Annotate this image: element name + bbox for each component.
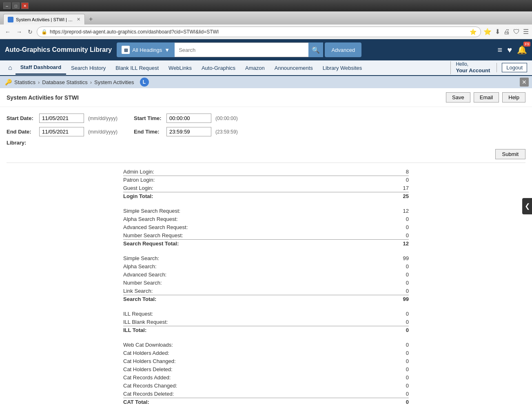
end-date-label: End Date:	[7, 129, 35, 135]
maximize-button[interactable]: □	[12, 2, 20, 9]
bookmarks-icon[interactable]: ⭐	[483, 28, 492, 36]
stats-row: Cat Holders Changed:0	[123, 357, 409, 365]
tab-close-icon[interactable]: ✕	[77, 17, 80, 22]
headings-dropdown[interactable]: ▤ All Headings ▼	[117, 42, 175, 57]
stats-value: 0	[384, 342, 409, 348]
dropdown-arrow: ▼	[164, 47, 170, 53]
stats-row: Cat Records Changed:0	[123, 382, 409, 390]
search-input[interactable]	[175, 42, 308, 57]
ill-section: ILL Request:0ILL Blank Request:0ILL Tota…	[123, 310, 409, 334]
minimize-button[interactable]: –	[3, 2, 11, 9]
stats-label: Search Request Total:	[123, 241, 384, 247]
stats-value: 0	[384, 280, 409, 286]
nav-blank-ill[interactable]: Blank ILL Request	[111, 62, 164, 74]
close-button[interactable]: ✕	[21, 2, 29, 9]
start-time-hint: (00:00:00)	[215, 116, 238, 121]
stats-row: Cat Records Deleted:0	[123, 390, 409, 398]
breadcrumb-statistics[interactable]: Statistics	[14, 79, 35, 85]
list-icon[interactable]: ≡	[497, 45, 502, 55]
browser-tabbar: System Activities | STWI | stwi | ✕ +	[0, 11, 532, 24]
breadcrumb-sep-1: ›	[38, 79, 40, 85]
stats-label: Search Total:	[123, 296, 384, 302]
browser-tab[interactable]: System Activities | STWI | stwi | ✕	[3, 14, 85, 24]
address-bar[interactable]: 🔒 https://preprod-stwi-agent.auto-graphi…	[37, 27, 481, 37]
nav-amazon[interactable]: Amazon	[240, 62, 270, 74]
side-chevron[interactable]: ❮	[522, 198, 532, 214]
shield-icon[interactable]: 🛡	[513, 28, 520, 36]
print-icon[interactable]: 🖨	[503, 28, 510, 36]
nav-account: Hello, Your Account Logout	[450, 61, 527, 74]
stats-value: 0	[384, 224, 409, 230]
nav-search-history[interactable]: Search History	[66, 62, 111, 74]
refresh-button[interactable]: ↻	[26, 28, 34, 36]
library-row: Library:	[0, 140, 532, 149]
address-text: https://preprod-stwi-agent.auto-graphics…	[50, 29, 219, 35]
heart-icon[interactable]: ♥	[507, 45, 512, 55]
help-button[interactable]: Help	[502, 92, 525, 102]
nav-staff-dashboard[interactable]: Staff Dashboard	[16, 61, 66, 75]
nav-auto-graphics[interactable]: Auto-Graphics	[197, 62, 240, 74]
stats-value: 0	[384, 350, 409, 356]
account-dropdown[interactable]: Your Account	[456, 67, 490, 74]
close-button[interactable]: ✕	[520, 78, 529, 87]
breadcrumb-db-statistics[interactable]: Database Statistics	[42, 79, 87, 85]
app-navbar: ⌂ Staff Dashboard Search History Blank I…	[0, 60, 532, 76]
submit-button[interactable]: Submit	[495, 149, 525, 159]
logout-container: Logout	[497, 63, 527, 72]
start-date-input[interactable]	[39, 114, 84, 123]
back-button[interactable]: ←	[3, 28, 12, 36]
header-icons: ≡ ♥ 🔔 F9	[497, 45, 527, 55]
browser-navbar: ← → ↻ 🔒 https://preprod-stwi-agent.auto-…	[0, 24, 532, 39]
stats-label: Cat Records Changed:	[123, 383, 384, 389]
start-time-input[interactable]	[166, 114, 211, 123]
browser-titlebar: – □ ✕	[0, 0, 532, 11]
stats-label: Web Cat Downloads:	[123, 342, 384, 348]
hello-text: Hello,	[456, 61, 490, 68]
stats-value: 0	[384, 216, 409, 222]
stats-value: 99	[384, 255, 409, 261]
menu-icon[interactable]: ☰	[523, 28, 529, 36]
library-label: Library:	[7, 140, 35, 146]
main-content: System Activities for STWI Save Email He…	[0, 88, 532, 412]
stats-value: 99	[384, 296, 409, 302]
end-time-input[interactable]	[166, 127, 211, 136]
stats-label: ILL Blank Request:	[123, 319, 384, 325]
nav-announcements[interactable]: Announcements	[270, 62, 318, 74]
search-area: ▤ All Headings ▼ 🔍 Advanced	[117, 42, 361, 57]
end-date-row: End Date: (mm/dd/yyyy)	[7, 127, 117, 136]
logout-button[interactable]: Logout	[502, 63, 527, 72]
headings-label: All Headings	[132, 47, 162, 53]
end-date-input[interactable]	[39, 127, 84, 136]
tab-label: System Activities | STWI | stwi |	[16, 17, 74, 22]
save-button[interactable]: Save	[446, 92, 470, 102]
home-icon[interactable]: ⌂	[5, 64, 16, 71]
nav-weblinks[interactable]: WebLinks	[164, 62, 197, 74]
email-button[interactable]: Email	[474, 92, 499, 102]
db-icon: ▤	[122, 46, 130, 54]
stats-area: Admin Login:8Patron Login:0Guest Login:1…	[123, 163, 409, 412]
stats-row: Simple Search Request:12	[123, 207, 409, 215]
window-controls: – □ ✕	[3, 2, 29, 9]
submit-row: Submit	[0, 149, 532, 163]
new-tab-button[interactable]: +	[86, 14, 96, 24]
stats-label: Cat Holders Deleted:	[123, 366, 384, 372]
stats-row: Search Total:99	[123, 295, 409, 303]
stats-row: Admin Login:8	[123, 168, 409, 176]
advanced-button[interactable]: Advanced	[325, 42, 361, 57]
stats-value: 17	[384, 185, 409, 191]
start-date-hint: (mm/dd/yyyy)	[88, 116, 117, 121]
stats-value: 0	[384, 177, 409, 183]
end-time-label: End Time:	[134, 129, 162, 135]
forward-button[interactable]: →	[15, 28, 24, 36]
search-button[interactable]: 🔍	[308, 42, 323, 57]
stats-value: 0	[384, 399, 409, 405]
stats-label: Guest Login:	[123, 185, 384, 191]
stats-label: Patron Login:	[123, 177, 384, 183]
stats-row: ILL Total:0	[123, 326, 409, 334]
stats-value: 12	[384, 241, 409, 247]
download-icon[interactable]: ⬇	[495, 28, 500, 36]
nav-library-websites[interactable]: Library Websites	[318, 62, 367, 74]
notification-icon[interactable]: 🔔 F9	[517, 45, 527, 55]
stats-value: 0	[384, 272, 409, 278]
cat-section: Web Cat Downloads:0Cat Holders Added:0Ca…	[123, 341, 409, 406]
